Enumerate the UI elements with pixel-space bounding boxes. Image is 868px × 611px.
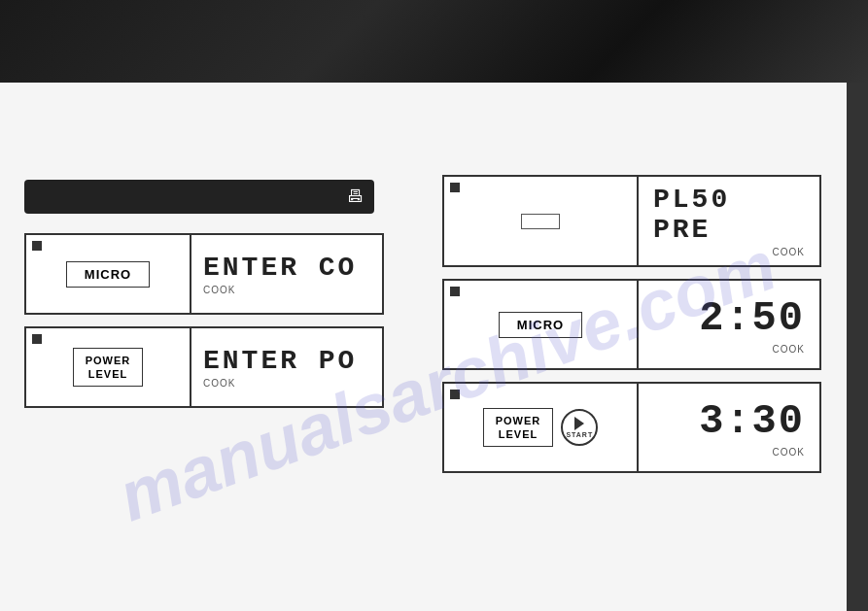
- panel-dot-4: [450, 287, 460, 296]
- panel-enter-power-right: ENTER PO COOK: [191, 328, 382, 406]
- right-sidebar: [847, 83, 868, 611]
- start-button[interactable]: START: [561, 409, 598, 446]
- cook-label-2: COOK: [203, 378, 370, 389]
- cook-label-4: COOK: [773, 344, 805, 355]
- power-level-button-1[interactable]: POWER LEVEL: [73, 348, 144, 388]
- panel-pl50-left: [444, 177, 639, 265]
- start-label: START: [566, 431, 593, 438]
- panel-enter-cook-left: MICRO: [26, 235, 191, 313]
- display-pl50: PL50 PRE: [653, 185, 805, 245]
- display-330: 3:30: [699, 398, 805, 445]
- panel-dot-2: [32, 334, 42, 344]
- panel-dot-3: [450, 183, 460, 192]
- panel-330-left: POWER LEVEL START: [444, 384, 639, 471]
- micro-button-2[interactable]: MICRO: [499, 312, 582, 338]
- panel-dot-1: [32, 241, 42, 251]
- main-content: manualsarchive.com 🖷 MICRO ENTER CO COOK…: [0, 83, 847, 611]
- panel-enter-cook-right: ENTER CO COOK: [191, 235, 382, 313]
- left-panels: MICRO ENTER CO COOK POWER LEVEL ENTER PO…: [24, 233, 384, 420]
- panel-pl50-pre: PL50 PRE COOK: [442, 175, 821, 267]
- panel-pl50-right: PL50 PRE COOK: [639, 177, 819, 265]
- display-250: 2:50: [699, 295, 805, 342]
- cook-label-5: COOK: [773, 447, 805, 458]
- cook-label-1: COOK: [203, 285, 370, 295]
- panel-enter-power: POWER LEVEL ENTER PO COOK: [24, 326, 384, 408]
- cook-label-3: COOK: [773, 247, 805, 257]
- panel-enter-cook: MICRO ENTER CO COOK: [24, 233, 384, 315]
- panel-250-right: 2:50 COOK: [639, 281, 819, 368]
- panel-enter-power-left: POWER LEVEL: [26, 328, 191, 406]
- display-enter-cook: ENTER CO: [203, 253, 370, 283]
- right-panels: PL50 PRE COOK MICRO 2:50 COOK POWER: [442, 175, 821, 485]
- label-bar: 🖷: [24, 180, 374, 214]
- label-bar-icon: 🖷: [347, 187, 365, 207]
- panel-330-cook: POWER LEVEL START 3:30 COOK: [442, 382, 821, 473]
- panel-250-left: MICRO: [444, 281, 639, 368]
- micro-button-1[interactable]: MICRO: [66, 261, 150, 288]
- top-header: [0, 0, 868, 83]
- small-rect-indicator: [521, 214, 560, 229]
- panel-250-cook: MICRO 2:50 COOK: [442, 279, 821, 370]
- start-icon: [574, 417, 584, 430]
- two-buttons-container: POWER LEVEL START: [483, 408, 599, 448]
- panel-dot-5: [450, 390, 460, 399]
- display-enter-power: ENTER PO: [203, 346, 370, 376]
- panel-330-right: 3:30 COOK: [639, 384, 819, 471]
- power-level-button-2[interactable]: POWER LEVEL: [483, 408, 554, 448]
